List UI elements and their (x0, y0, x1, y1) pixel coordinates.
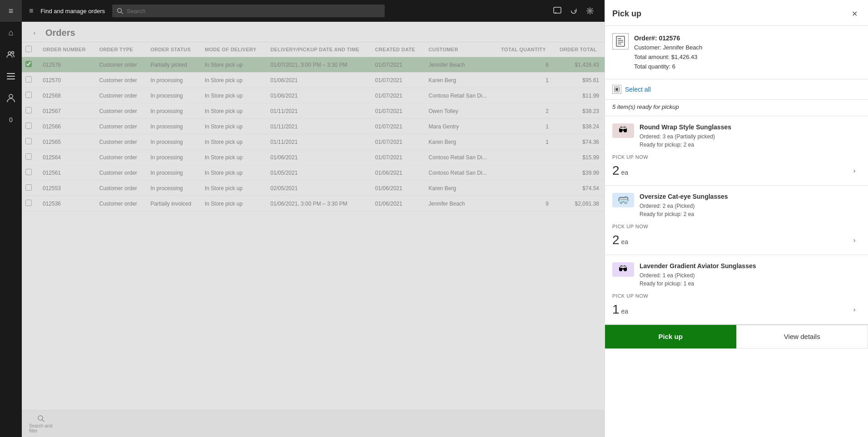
svg-rect-11 (618, 38, 621, 39)
refresh-icon[interactable] (566, 4, 581, 18)
order-document-icon (612, 33, 629, 49)
people-icon[interactable] (0, 44, 22, 65)
chevron-right-2[interactable]: › (848, 303, 861, 316)
overlay (22, 22, 605, 437)
chat-icon[interactable] (550, 4, 565, 18)
svg-rect-3 (7, 76, 15, 77)
hamburger-icon[interactable]: ≡ (29, 7, 33, 15)
pickup-panel-footer: Pick up View details (605, 324, 868, 349)
item-name-1: Oversize Cat-eye Sunglasses (640, 193, 728, 200)
svg-rect-2 (7, 73, 15, 74)
item-name-2: Lavender Gradient Aviator Sunglasses (640, 262, 756, 270)
pickup-item-card: 🥽 Oversize Cat-eye Sunglasses Ordered: 2… (605, 186, 868, 255)
view-details-button[interactable]: View details (736, 325, 868, 349)
svg-point-8 (589, 10, 591, 12)
pickup-qty-0: 2 ea (612, 163, 628, 178)
top-bar: ≡ Find and manage orders (22, 0, 605, 22)
pickup-button[interactable]: Pick up (605, 325, 736, 349)
item-card-top-2: 🕶 Lavender Gradient Aviator Sunglasses O… (612, 262, 861, 288)
app-title: Find and manage orders (40, 8, 105, 15)
list-icon[interactable] (0, 65, 22, 87)
pickup-now-label-0: PICK UP NOW (612, 154, 861, 160)
pickup-now-label-2: PICK UP NOW (612, 293, 861, 299)
svg-rect-14 (618, 44, 621, 44)
svg-rect-10 (616, 36, 625, 46)
order-info-text: Order#: 012576 Customer: Jennifer Beach … (634, 33, 702, 72)
select-all-row[interactable]: Select all (605, 79, 868, 100)
pickup-qty-unit-0: ea (621, 169, 629, 176)
pickup-panel-header: Pick up ✕ (605, 0, 868, 26)
svg-rect-7 (554, 7, 561, 13)
page-content: ‹ Orders ORDER NUMBER ORDER TYPE ORDER S… (22, 22, 605, 437)
svg-point-0 (8, 52, 11, 54)
chevron-right-0[interactable]: › (848, 164, 861, 177)
item-ordered-0: Ordered: 3 ea (Partially picked) (640, 133, 731, 141)
order-total-amount: Total amount: $1,426.43 (634, 53, 702, 62)
ready-count: 5 item(s) ready for pickup (605, 100, 868, 116)
close-button[interactable]: ✕ (848, 7, 861, 20)
order-number: Order#: 012576 (634, 33, 702, 43)
item-ready-0: Ready for pickup: 2 ea (640, 141, 731, 149)
svg-point-5 (9, 94, 13, 98)
pickup-qty-row-2: 1 ea › (612, 302, 861, 317)
top-bar-actions (550, 4, 597, 18)
pickup-qty-num-2: 1 (612, 302, 620, 317)
home-icon[interactable]: ⌂ (0, 22, 22, 44)
pickup-qty-row-0: 2 ea › (612, 163, 861, 178)
order-customer: Customer: Jennifer Beach (634, 43, 702, 53)
pickup-qty-row-1: 2 ea › (612, 233, 861, 247)
person-icon[interactable] (0, 87, 22, 109)
item-card-top-0: 🕶 Round Wrap Style Sunglasses Ordered: 3… (612, 123, 861, 149)
item-info-0: Round Wrap Style Sunglasses Ordered: 3 e… (640, 123, 731, 149)
pickup-qty-num-0: 2 (612, 163, 620, 178)
order-total-quantity: Total quantity: 6 (634, 62, 702, 72)
svg-rect-4 (7, 79, 15, 79)
pickup-qty-2: 1 ea (612, 302, 628, 317)
pickup-panel: Pick up ✕ Order#: 012576 Customer: Jenni… (605, 0, 868, 437)
settings-icon[interactable] (583, 4, 597, 18)
item-card-top-1: 🥽 Oversize Cat-eye Sunglasses Ordered: 2… (612, 193, 861, 218)
pickup-qty-unit-2: ea (621, 308, 629, 315)
item-image-1: 🥽 (612, 193, 634, 207)
pickup-qty-1: 2 ea (612, 233, 628, 247)
chevron-right-1[interactable]: › (848, 234, 861, 246)
item-image-0: 🕶 (612, 123, 634, 138)
pickup-qty-num-1: 2 (612, 233, 620, 247)
svg-rect-12 (618, 40, 623, 41)
item-info-1: Oversize Cat-eye Sunglasses Ordered: 2 e… (640, 193, 728, 218)
pickup-now-label-1: PICK UP NOW (612, 224, 861, 229)
item-ready-2: Ready for pickup: 1 ea (640, 280, 756, 288)
item-name-0: Round Wrap Style Sunglasses (640, 123, 731, 131)
svg-rect-16 (615, 88, 618, 91)
search-input[interactable] (127, 8, 380, 15)
order-info-block: Order#: 012576 Customer: Jennifer Beach … (605, 26, 868, 79)
svg-rect-13 (618, 42, 623, 43)
pickup-items: 🕶 Round Wrap Style Sunglasses Ordered: 3… (605, 116, 868, 324)
pickup-item-card: 🕶 Round Wrap Style Sunglasses Ordered: 3… (605, 116, 868, 186)
item-info-2: Lavender Gradient Aviator Sunglasses Ord… (640, 262, 756, 288)
svg-point-1 (12, 52, 14, 54)
pickup-item-card: 🕶 Lavender Gradient Aviator Sunglasses O… (605, 255, 868, 324)
menu-icon[interactable]: ≡ (0, 0, 22, 22)
item-ordered-2: Ordered: 1 ea (Picked) (640, 271, 756, 280)
item-ordered-1: Ordered: 2 ea (Picked) (640, 202, 728, 210)
search-bar[interactable] (112, 5, 385, 17)
pickup-panel-title: Pick up (612, 9, 641, 19)
zero-badge[interactable]: 0 (0, 109, 22, 131)
sidebar: ≡ ⌂ 0 (0, 0, 22, 437)
item-image-2: 🕶 (612, 262, 634, 277)
item-ready-1: Ready for pickup: 2 ea (640, 210, 728, 218)
select-all-icon (612, 85, 621, 94)
main-area: ≡ Find and manage orders (22, 0, 605, 437)
select-all-label[interactable]: Select all (625, 86, 651, 93)
pickup-qty-unit-1: ea (621, 238, 629, 246)
